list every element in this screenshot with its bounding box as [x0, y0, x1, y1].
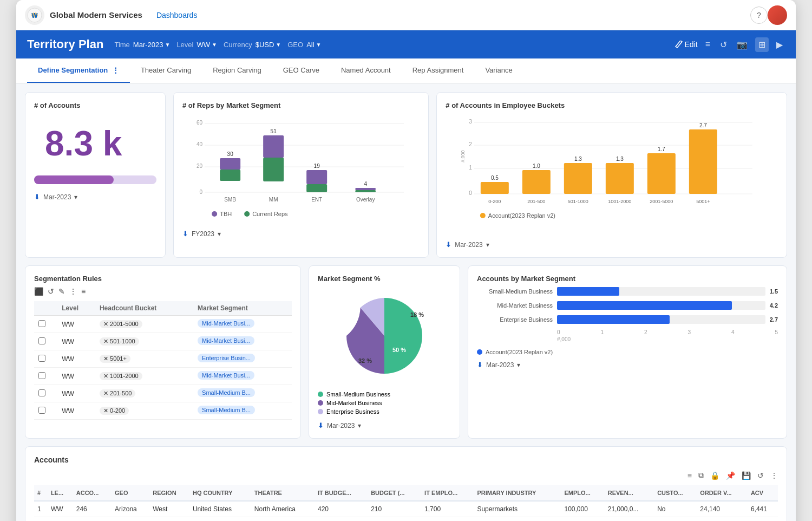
filter-time-value[interactable]: Mar-2023 ▼	[133, 41, 171, 49]
col-budget: BUDGET (...	[368, 485, 421, 501]
seg-row-2-checkbox[interactable]	[38, 337, 45, 344]
filter-geo: GEO All ▼	[287, 41, 321, 49]
pie-smb-label: Small-Medium Business	[326, 391, 390, 398]
accounts-market-footer[interactable]: ⬇ Mar-2023 ▾	[477, 361, 778, 369]
tab-geo-carve[interactable]: GEO Carve	[272, 58, 330, 83]
svg-rect-18	[306, 184, 327, 192]
col-le: LE...	[48, 485, 73, 501]
col-acco: ACCO...	[73, 485, 112, 501]
camera-icon-btn[interactable]: 📷	[735, 37, 750, 52]
refresh-icon-btn[interactable]: ↺	[718, 37, 729, 52]
pie-mid-label: Mid-Market Business	[326, 400, 382, 406]
h-bar-ent-track	[557, 315, 765, 324]
tbl-filter-icon[interactable]: ≡	[687, 471, 692, 480]
svg-text:1.3: 1.3	[616, 156, 624, 162]
row-1: # of Accounts 8.3 k ⬇ Mar-2023 ▾ # of Re…	[25, 92, 787, 258]
seg-row-2: WW ✕ 501-1000 Mid-Market Busi...	[34, 333, 292, 350]
employee-card-footer[interactable]: ⬇ Mar-2023 ▾	[446, 240, 778, 249]
col-reven: REVEN...	[605, 485, 654, 501]
help-button[interactable]: ?	[750, 6, 768, 24]
seg-refresh-icon[interactable]: ↺	[48, 287, 54, 296]
svg-text:4: 4	[364, 181, 367, 187]
seg-filter-icon[interactable]: ≡	[81, 287, 86, 296]
seg-edit-icon[interactable]: ✎	[58, 287, 65, 296]
reps-filter-icon: ⬇	[182, 230, 188, 238]
filter-icon-btn[interactable]: ≡	[703, 37, 712, 51]
dashboards-link[interactable]: Dashboards	[156, 11, 198, 19]
tab-variance[interactable]: Variance	[474, 58, 523, 83]
svg-rect-14	[263, 158, 284, 181]
tab-rep-assignment[interactable]: Rep Assignment	[402, 58, 475, 83]
market-seg-chevron-icon: ▾	[358, 422, 361, 429]
seg-row-3: WW ✕ 5001+ Enterprise Busin...	[34, 350, 292, 368]
h-bar-mid: Mid-Market Business 4.2	[477, 301, 778, 310]
col-num: #	[34, 485, 48, 501]
svg-text:51: 51	[271, 128, 277, 134]
accounts-filter-icon: ⬇	[34, 193, 40, 201]
accounts-market-legend: Account(2023 Replan v2)	[477, 349, 778, 355]
svg-text:0.5: 0.5	[491, 175, 499, 181]
video-icon-btn[interactable]: ▶	[774, 37, 785, 52]
reps-card-footer[interactable]: ⬇ FY2023 ▾	[182, 230, 420, 238]
seg-row-5-checkbox[interactable]	[38, 389, 45, 396]
h-bar-ent: Enterprise Business 2.7	[477, 315, 778, 324]
svg-text:W: W	[31, 12, 38, 19]
svg-rect-54	[689, 129, 717, 194]
accounts-card-footer[interactable]: ⬇ Mar-2023 ▾	[34, 193, 156, 201]
svg-text:0-200: 0-200	[489, 199, 501, 204]
seg-rules-table: Level Headcount Bucket Market Segment WW…	[34, 301, 292, 420]
svg-text:SMB: SMB	[224, 197, 236, 203]
reps-chevron-icon: ▾	[218, 230, 221, 238]
employee-filter-icon: ⬇	[446, 240, 451, 249]
svg-text:32 %: 32 %	[358, 357, 372, 364]
header-bar: Territory Plan Time Mar-2023 ▼ Level WW …	[16, 30, 796, 58]
svg-text:18 %: 18 %	[410, 311, 424, 318]
filter-level-value[interactable]: WW ▼	[197, 41, 217, 49]
page-title: Territory Plan	[27, 37, 103, 51]
svg-text:#,000: #,000	[460, 150, 466, 162]
svg-text:ENT: ENT	[311, 197, 322, 203]
filter-geo-value[interactable]: All ▼	[306, 41, 321, 49]
market-seg-footer[interactable]: ⬇ Mar-2023 ▾	[318, 421, 451, 429]
tab-region-carving[interactable]: Region Carving	[202, 58, 272, 83]
h-bar-smb-fill	[557, 287, 619, 296]
tab-theater-carving[interactable]: Theater Carving	[130, 58, 202, 83]
svg-text:50 %: 50 %	[392, 347, 406, 353]
pie-ent-dot	[318, 409, 323, 414]
logo-area: W Global Modern Services Dashboards	[25, 5, 197, 25]
tbl-refresh-icon[interactable]: ↺	[757, 471, 764, 480]
tbl-more-icon[interactable]: ⋮	[770, 471, 778, 480]
pie-smb-dot	[318, 392, 323, 397]
user-avatar[interactable]	[768, 5, 787, 25]
seg-row-4-level: WW	[57, 368, 95, 385]
edit-button[interactable]: Edit	[675, 40, 698, 49]
seg-row-6-checkbox[interactable]	[38, 407, 45, 414]
seg-dots-icon[interactable]: ⋮	[69, 287, 77, 296]
svg-text:TBH: TBH	[220, 211, 232, 217]
tab-define-segmentation[interactable]: Define Segmentation ⋮	[27, 58, 130, 83]
seg-row-4-headcount: ✕ 1001-2000	[95, 368, 193, 385]
seg-row-1-checkbox[interactable]	[38, 320, 45, 327]
svg-text:2.7: 2.7	[699, 122, 707, 128]
seg-row-3-checkbox[interactable]	[38, 355, 45, 362]
svg-rect-39	[481, 182, 509, 194]
seg-row-3-level: WW	[57, 350, 95, 368]
tab-named-account[interactable]: Named Account	[330, 58, 402, 83]
svg-text:2: 2	[469, 141, 473, 147]
accounts-market-title: Accounts by Market Segment	[477, 275, 778, 283]
filter-currency-value[interactable]: $USD ▼	[256, 41, 281, 49]
seg-toolbar: ⬛ ↺ ✎ ⋮ ≡	[34, 287, 292, 296]
seg-row-4-checkbox[interactable]	[38, 372, 45, 379]
accounts-progress-fill	[34, 175, 114, 184]
table-header-row: # LE... ACCO... GEO REGION HQ COUNTRY TH…	[34, 485, 778, 501]
tabs-bar: Define Segmentation ⋮ Theater Carving Re…	[16, 58, 796, 83]
seg-add-icon[interactable]: ⬛	[34, 287, 43, 296]
pie-chart-container: 18 % 32 % 50 %	[318, 287, 451, 385]
accounts-market-filter-icon: ⬇	[477, 361, 483, 369]
svg-point-28	[244, 211, 250, 217]
h-bar-mid-val: 4.2	[770, 302, 778, 309]
grid-icon-btn[interactable]: ⊞	[755, 37, 769, 52]
tbl-save-icon: 💾	[742, 471, 751, 480]
tbl-lock-icon[interactable]: 🔒	[710, 471, 719, 480]
tbl-copy-icon[interactable]: ⧉	[698, 471, 704, 480]
